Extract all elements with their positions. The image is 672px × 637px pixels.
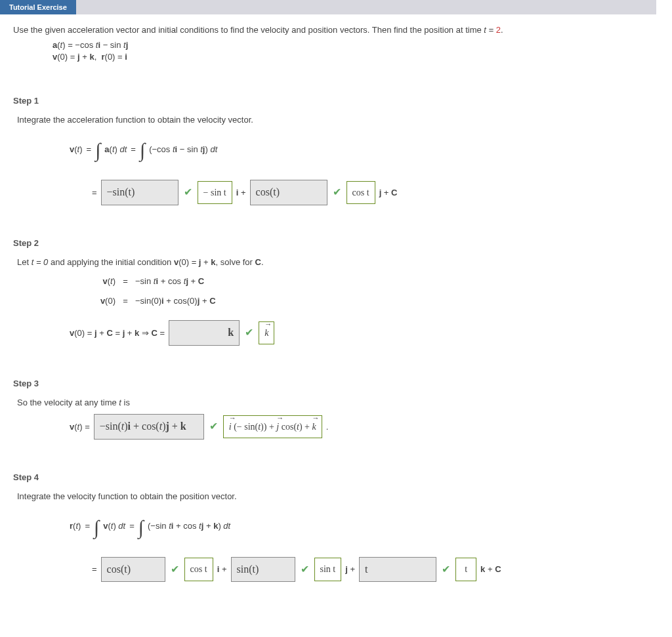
check-icon: ✔ (245, 323, 253, 342)
step4-title: Step 4 (13, 472, 643, 482)
check-icon: ✔ (184, 183, 192, 202)
step4-eq1: r(t) = ∫ v(t) dt = ∫ (−sin ti + cos tj +… (70, 508, 643, 544)
step4-answer2[interactable]: sin(t) (231, 557, 295, 583)
step4-answer3[interactable]: t (359, 557, 436, 583)
given-conditions: a(t) = −cos ti − sin tj v(0) = j + k, r(… (52, 39, 643, 63)
step4-eq2: = cos(t) ✔ cos t i + sin(t) ✔ sin t j + … (92, 557, 643, 583)
step2-hint: k (259, 321, 274, 344)
step4-hint2: sin t (314, 558, 342, 581)
step1-answer2[interactable]: cos(t) (250, 180, 327, 205)
check-icon: ✔ (171, 560, 179, 579)
check-icon: ✔ (333, 183, 341, 202)
check-icon: ✔ (301, 560, 309, 579)
step1-desc: Integrate the acceleration function to o… (17, 112, 643, 127)
step3-answer[interactable]: −sin(t)i + cos(t)j + k (94, 414, 204, 440)
step4-hint1: cos t (184, 558, 213, 581)
step2-eq1: v(t) = −sin ti + cos tj + C (83, 274, 643, 289)
step3-hint: i (− sin(t)) + j cos(t) + k (223, 415, 322, 438)
check-icon: ✔ (442, 560, 450, 579)
step4-body: Integrate the velocity function to obtai… (17, 489, 643, 582)
step2-desc: Let t = 0 and applying the initial condi… (17, 255, 643, 270)
step2-body: Let t = 0 and applying the initial condi… (17, 255, 643, 346)
header-bar: Tutorial Exercise (0, 0, 656, 14)
step3-eq: v(t) = −sin(t)i + cos(t)j + k ✔ i (− sin… (70, 414, 643, 440)
step4-hint3: t (455, 558, 476, 581)
step3-title: Step 3 (13, 379, 643, 388)
step4-answer1[interactable]: cos(t) (101, 557, 165, 583)
step1-eq2: = −sin(t) ✔ − sin t i + cos(t) ✔ cos t j… (92, 180, 643, 205)
step3-desc: So the velocity at any time t is (17, 395, 643, 410)
header-tab: Tutorial Exercise (0, 0, 76, 14)
check-icon: ✔ (209, 417, 218, 436)
step2-answer[interactable]: k (169, 320, 240, 346)
step1-hint1: − sin t (198, 181, 232, 204)
step2-eq3: v(0) = j + C = j + k ⇒ C = k ✔ k (70, 320, 643, 346)
problem-intro: Use the given acceleration vector and in… (13, 24, 643, 37)
step4-desc: Integrate the velocity function to obtai… (17, 489, 643, 504)
step1-eq1: v(t) = ∫ a(t) dt = ∫ (−cos ti − sin tj) … (70, 131, 643, 167)
step1-hint2: cos t (346, 181, 375, 204)
step1-body: Integrate the acceleration function to o… (17, 112, 643, 205)
step1-title: Step 1 (13, 96, 643, 106)
step2-title: Step 2 (13, 238, 643, 248)
step1-answer1[interactable]: −sin(t) (101, 180, 178, 205)
step2-eq2: v(0) = −sin(0)i + cos(0)j + C (83, 293, 643, 308)
step3-body: So the velocity at any time t is v(t) = … (17, 395, 643, 440)
